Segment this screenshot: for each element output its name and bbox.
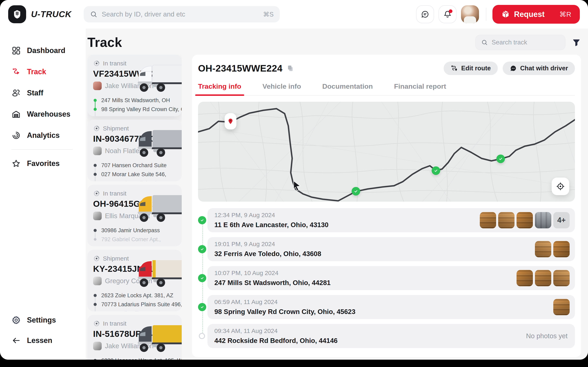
sidebar-item-track[interactable]: Track [11,61,86,82]
timeline-time: 12:34 PM, 9 Aug 2024 [214,212,329,218]
global-search-input[interactable] [102,10,259,18]
tab-documentation[interactable]: Documentation [322,82,373,95]
user-avatar[interactable] [461,5,479,23]
request-label: Request [514,10,545,19]
timeline-address: 98 Spring Valley Rd Crown City, Ohio, 45… [214,308,355,316]
driver-avatar [93,82,102,90]
messages-button[interactable] [416,5,434,23]
track-card-IN-9034677ZFG154[interactable]: Shipment IN-9034677ZFG154 Noah Flatley 7… [87,120,182,181]
tab-tracking-info[interactable]: Tracking info [198,82,241,95]
driver-avatar [93,342,102,350]
stop-address: 792 Gabriel Corner Apt., [101,236,161,243]
timeline-photos: 4+ [480,212,570,228]
star-icon [11,159,21,168]
sidebar-item-dashboard[interactable]: Dashboard [11,40,86,61]
sidebar-collapse-label: Lessen [27,336,52,345]
route-icon [11,67,21,76]
check-icon [198,274,206,282]
chat-with-driver-label: Chat with driver [520,65,568,72]
stop-address: 70773 Ladarius Plains Suite 496, AZ [101,301,182,308]
track-card-KY-23415JNF155[interactable]: Shipment KY-23415JNF155 Gregory Corwin 2… [87,250,182,311]
status-icon [93,125,100,132]
stop-dot [94,229,97,232]
box-icon [501,10,510,19]
topbar-actions: Request ⌘R [412,5,580,24]
locate-button[interactable] [552,178,569,195]
photo-thumbnail[interactable] [498,212,515,228]
edit-route-button[interactable]: Edit route [444,62,498,75]
timeline-time: 09:34 AM, 11 Aug 2024 [214,327,337,334]
status-icon [93,190,100,197]
truck-image [135,194,182,224]
photo-thumbnail[interactable] [517,270,533,286]
stop-dot [94,238,96,241]
photo-thumbnail[interactable] [535,241,551,257]
tabs: Tracking info Vehicle info Documentation… [198,82,575,96]
timeline-photos [535,241,570,257]
driver-avatar [93,147,102,155]
sidebar-item-analytics[interactable]: Analytics [11,125,86,146]
request-button[interactable]: Request ⌘R [493,5,580,24]
global-search[interactable]: ⌘S [84,6,280,22]
stop-dot [94,164,97,167]
search-icon [90,10,98,18]
timeline-card[interactable]: 06:59 AM, 11 Aug 2024 98 Spring Valley R… [208,295,575,319]
sidebar: Dashboard Track Staff Warehouses Analyti… [0,29,86,360]
timeline-card[interactable]: 12:34 PM, 9 Aug 2024 11 E 6th Ave Lancas… [208,208,575,232]
detail-panel: OH-23415WWE224 Edit route Chat with [192,55,581,357]
more-photos-badge[interactable]: 4+ [553,212,570,228]
stop-address: 707 Hansen Orchard Suite [101,162,167,169]
track-search[interactable] [475,35,566,50]
tab-financial-report[interactable]: Financial report [394,82,446,95]
copy-id-button[interactable] [287,65,294,72]
route-map[interactable] [198,102,575,202]
content-header: Track [87,33,581,51]
edit-route-icon [450,65,458,72]
photo-thumbnail[interactable] [517,212,533,228]
sidebar-collapse[interactable]: Lessen [11,330,86,351]
stop-address: 2623 Zoie Locks Apt. 381, AZ [101,292,173,299]
status-badge: In transit [103,60,126,67]
photo-thumbnail[interactable] [535,270,551,286]
checkpoint-marker[interactable] [496,155,505,163]
tab-vehicle-info[interactable]: Vehicle info [263,82,301,95]
truck-image [135,64,182,94]
notifications-button[interactable] [439,5,457,23]
arrow-left-icon [11,336,21,345]
track-card-IN-51678URE401[interactable]: In transit IN-51678URE401 Jake Williamso… [87,315,182,360]
topbar-divider [486,8,486,21]
sidebar-item-staff[interactable]: Staff [11,82,86,104]
checkpoint-marker[interactable] [432,166,440,175]
sidebar-item-label: Track [27,67,46,76]
stop-dot [94,173,97,176]
edit-route-label: Edit route [461,65,491,72]
timeline-card[interactable]: 10:07 PM, 10 Aug 2024 247 Mills St Wadsw… [208,266,575,290]
sidebar-item-settings[interactable]: Settings [11,310,86,330]
timeline-row: 09:34 AM, 11 Aug 2024 442 Rockside Rd Be… [198,324,575,348]
checkpoint-marker[interactable] [352,187,360,196]
track-card-VF23415WWE224[interactable]: In transit VF23415WWE224 Jake Williamson… [87,55,182,116]
timeline-address: 32 Ferris Ave Toledo, Ohio, 43608 [214,250,321,258]
sidebar-item-warehouses[interactable]: Warehouses [11,104,86,125]
origin-pin[interactable] [225,113,236,129]
stops: 707 Hansen Orchard Suite 027 Morar Lake … [95,161,176,181]
photo-thumbnail[interactable] [553,299,570,315]
track-search-input[interactable] [492,39,560,46]
chat-with-driver-button[interactable]: Chat with driver [503,62,575,75]
photo-thumbnail[interactable] [553,241,570,257]
track-card-OH-96415GFC145[interactable]: In transit OH-96415GFC145 Ellis Marquard… [87,185,182,246]
route-line [198,109,575,201]
pending-stop-icon [199,333,205,339]
filter-button[interactable] [572,38,581,47]
status-badge: In transit [103,190,126,197]
photo-thumbnail[interactable] [480,212,496,228]
cursor-icon [291,180,303,192]
sidebar-item-label: Settings [27,316,56,324]
timeline-card[interactable]: 19:01 PM, 9 Aug 2024 32 Ferris Ave Toled… [208,237,575,261]
sidebar-item-favorites[interactable]: Favorites [11,153,86,174]
sidebar-item-label: Staff [27,89,43,97]
timeline-card[interactable]: 09:34 AM, 11 Aug 2024 442 Rockside Rd Be… [208,324,575,348]
photo-thumbnail[interactable] [553,270,570,286]
photo-thumbnail[interactable] [535,212,551,228]
sidebar-item-label: Warehouses [27,110,70,118]
